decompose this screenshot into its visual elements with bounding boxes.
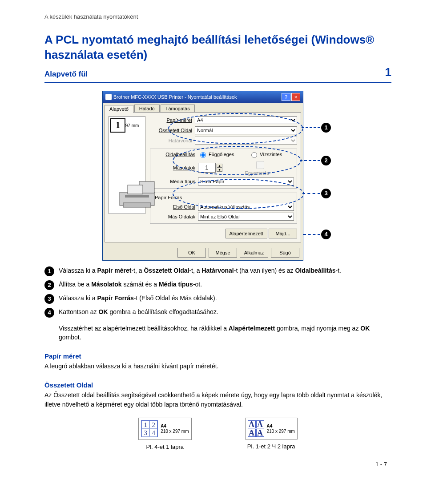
dialog-titlebar: Brother MFC-XXXX USB Printer - Nyomtatás… xyxy=(103,91,303,103)
first-page-label: Első Oldal xyxy=(153,204,198,210)
step-4-note: Visszatérhet az alapértelmezett beállítá… xyxy=(59,324,391,342)
border-select xyxy=(195,137,297,145)
paper-size-select[interactable]: A4 xyxy=(195,116,297,124)
callout-badge-4: 4 xyxy=(321,230,331,239)
tab-advanced[interactable]: Haladó xyxy=(134,105,160,112)
callout-line-1 xyxy=(302,127,320,128)
app-icon xyxy=(105,94,112,100)
step-2: 2 Állítsa be a Másolatok számát és a Méd… xyxy=(44,280,391,290)
page-footer: 1 - 7 xyxy=(44,461,391,468)
example-4in1: 12 34 A4210 x 297 mm Pl. 4-et 1 lapra xyxy=(138,418,191,450)
svg-rect-3 xyxy=(128,185,143,194)
media-select[interactable]: Sima Papír xyxy=(198,177,294,185)
step-badge: 2 xyxy=(44,280,54,290)
other-pages-select[interactable]: Mint az Első Oldal xyxy=(198,213,294,221)
paper-size-text: A leugró ablakban válassza ki a használn… xyxy=(44,362,391,371)
tab-strip: Alapvető Haladó Támogatás xyxy=(103,103,303,112)
callout-line-3 xyxy=(302,193,320,194)
paper-size-label: Papír méret xyxy=(150,117,195,123)
multi-page-label: Összetett Oldal xyxy=(150,128,195,133)
ok-button[interactable]: OK xyxy=(177,248,206,258)
other-pages-label: Más Oldalak xyxy=(153,214,198,219)
callout-line-2 xyxy=(300,160,320,161)
portrait-radio[interactable]: Függőleges xyxy=(198,151,243,158)
titlebar-help-icon[interactable]: ? xyxy=(282,93,290,101)
svg-rect-1 xyxy=(125,195,149,198)
multi-page-select[interactable]: Normál xyxy=(195,126,297,134)
border-label: Határvonal xyxy=(150,138,195,143)
media-label: Média típus xyxy=(153,179,198,184)
svg-rect-4 xyxy=(123,203,151,207)
multi-page-heading: Összetett Oldal xyxy=(44,381,391,389)
callout-badge-3: 3 xyxy=(321,189,331,198)
step-badge: 1 xyxy=(44,266,54,276)
apply-button[interactable]: Alkalmaz xyxy=(240,248,268,258)
callout-line-4 xyxy=(303,234,320,235)
callout-badge-1: 1 xyxy=(321,123,331,133)
copies-input[interactable] xyxy=(198,163,216,173)
copies-label: Másolatok xyxy=(153,165,198,170)
defaults-button[interactable]: Alapértelmezett xyxy=(226,229,267,238)
about-button[interactable]: Majd... xyxy=(269,229,297,238)
landscape-radio[interactable]: Vízszintes xyxy=(249,151,294,158)
first-page-select[interactable]: Automatikus Választás xyxy=(198,203,294,211)
print-settings-dialog: Brother MFC-XXXX USB Printer - Nyomtatás… xyxy=(102,91,303,261)
close-icon[interactable]: × xyxy=(291,93,300,101)
source-group: Papír Forrás Első Oldal Automatikus Vála… xyxy=(150,193,297,224)
step-badge: 4 xyxy=(44,308,54,318)
callout-badge-2: 2 xyxy=(321,156,331,165)
page-header: A készülék használata nyomtatóként xyxy=(44,13,391,20)
printer-icon xyxy=(117,176,159,211)
collate-checkbox: Egyeztetés xyxy=(227,160,272,176)
tab-support[interactable]: Támogatás xyxy=(161,105,195,112)
orientation-label: Oldalbeállítás xyxy=(153,152,198,157)
tab-basic[interactable]: Alapvető xyxy=(105,105,133,113)
example-1to2x2: AA AA A4210 x 297 mm Pl. 1-et 2 Ч 2 lapr… xyxy=(245,418,298,450)
orientation-group: Oldalbeállítás Függőleges Vízszintes Más… xyxy=(150,149,297,189)
cancel-button[interactable]: Mégse xyxy=(209,248,237,258)
main-title: A PCL nyomtató meghajtó beállítási lehet… xyxy=(44,32,391,63)
multi-page-text: Az Összetett oldal beállítás segítségéve… xyxy=(44,391,391,409)
example-caption-1: Pl. 4-et 1 lapra xyxy=(138,444,191,450)
step-3: 3 Válassza ki a Papír Forrás-t (Első Old… xyxy=(44,294,391,304)
help-button[interactable]: Súgó xyxy=(271,248,299,258)
dialog-title: Brother MFC-XXXX USB Printer - Nyomtatás… xyxy=(113,94,237,100)
paper-size-heading: Papír méret xyxy=(44,352,391,360)
callout-figure-number: 1 xyxy=(110,118,125,133)
section-subtitle: Alapvető fül xyxy=(44,70,88,79)
step-badge: 3 xyxy=(44,294,54,304)
spinner-arrows[interactable]: ▲▼ xyxy=(217,164,222,172)
chapter-number: 1 xyxy=(385,65,391,79)
step-1: 1 Válassza ki a Papír méret-t, a Összete… xyxy=(44,266,391,276)
example-caption-2: Pl. 1-et 2 Ч 2 lapra xyxy=(245,443,298,450)
step-4: 4 Kattontson az OK gombra a beállítások … xyxy=(44,307,391,318)
divider xyxy=(44,82,391,83)
